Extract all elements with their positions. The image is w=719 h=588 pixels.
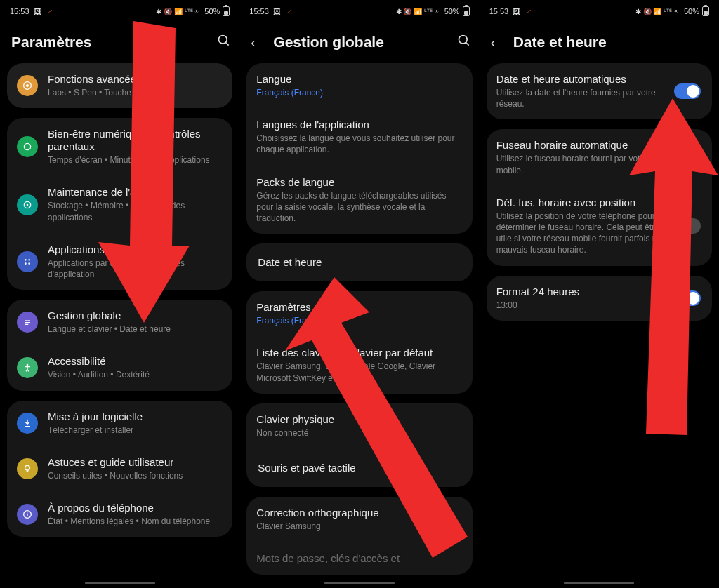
svg-rect-15 (25, 426, 30, 427)
toggle-date-auto[interactable] (674, 83, 701, 99)
svg-point-8 (28, 259, 30, 261)
svg-rect-20 (27, 512, 27, 512)
battery-icon (702, 6, 709, 16)
settings-list[interactable]: Date et heure automatiquesUtilisez la da… (480, 63, 719, 588)
wellbeing-icon (17, 136, 38, 157)
gallery-icon: 🖼 (273, 7, 281, 15)
header: ‹ Gestion globale (239, 20, 479, 63)
home-indicator[interactable] (85, 582, 155, 584)
accessibility-icon (17, 357, 38, 378)
row-a-propos[interactable]: À propos du téléphoneÉtat • Mentions lég… (7, 491, 232, 537)
search-button[interactable] (457, 34, 471, 51)
about-icon (17, 504, 38, 525)
maintenance-icon (17, 194, 38, 215)
app-icon: ⟋ (285, 7, 293, 15)
svg-rect-19 (27, 514, 27, 516)
back-button[interactable]: ‹ (491, 34, 509, 51)
svg-point-6 (27, 203, 29, 206)
svg-line-23 (466, 43, 468, 46)
back-button[interactable]: ‹ (251, 34, 269, 51)
toggle-fuseau-position[interactable] (674, 218, 701, 234)
gallery-icon: 🖼 (34, 7, 41, 15)
screen-parametres: 15:53 🖼 ⟋ ✱ 🔇 📶 ᴸᵀᴱ ᯤ 50% Paramètres Fon… (0, 0, 239, 588)
row-fuseau-position[interactable]: Déf. fus. horaire avec positionUtilisez … (487, 186, 712, 266)
row-mdp[interactable]: Mots de passe, clés d'accès et (246, 542, 472, 575)
status-bar: 15:53 🖼 ⟋ ✱ 🔇 📶 ᴸᵀᴱ ᯤ 50% (239, 0, 479, 20)
row-astuces[interactable]: Astuces et guide utilisateurConseils uti… (7, 446, 232, 491)
header: Paramètres (0, 20, 239, 63)
row-mise-a-jour[interactable]: Mise à jour logicielleTélécharger et ins… (7, 401, 232, 446)
row-date-auto[interactable]: Date et heure automatiquesUtilisez la da… (487, 63, 712, 119)
settings-list[interactable]: Fonctions avancées Labs • S Pen • Touche… (0, 63, 239, 588)
header: ‹ Date et heure (480, 20, 719, 63)
row-souris[interactable]: Souris et pavé tactile (246, 448, 472, 487)
general-icon (17, 312, 38, 333)
svg-point-4 (24, 144, 30, 150)
svg-point-10 (28, 262, 30, 265)
svg-rect-17 (27, 470, 29, 472)
row-accessibilite[interactable]: AccessibilitéVision • Audition • Dextéri… (7, 345, 232, 390)
row-langues-app[interactable]: Langues de l'applicationChoisissez la la… (246, 108, 472, 165)
svg-line-1 (226, 43, 229, 46)
status-bar: 15:53 🖼 ⟋ ✱ 🔇 📶 ᴸᵀᴱ ᯤ 50% (0, 0, 239, 20)
row-fonctions-avancees[interactable]: Fonctions avancées Labs • S Pen • Touche… (7, 63, 232, 108)
svg-point-9 (25, 262, 27, 265)
battery-icon (223, 6, 230, 16)
svg-point-0 (219, 36, 227, 44)
svg-rect-13 (25, 324, 28, 325)
row-correction[interactable]: Correction orthographiqueClavier Samsung (246, 497, 472, 542)
app-icon: ⟋ (46, 7, 53, 15)
row-applications[interactable]: ApplicationsApplications par défaut • Pa… (7, 233, 232, 290)
svg-point-3 (26, 84, 29, 87)
tips-icon (17, 458, 38, 479)
screen-date-heure: 15:53 🖼 ⟋ ✱ 🔇 📶 ᴸᵀᴱ ᯤ 50% ‹ Date et heur… (480, 0, 719, 588)
row-gestion-globale[interactable]: Gestion globaleLangue et clavier • Date … (7, 300, 232, 345)
search-button[interactable] (217, 34, 231, 51)
page-title: Gestion globale (273, 34, 456, 51)
row-fuseau-auto[interactable]: Fuseau horaire automatiqueUtilisez le fu… (487, 129, 712, 185)
advanced-icon (17, 75, 38, 96)
battery-icon (463, 6, 470, 16)
row-title: Fonctions avancées (48, 73, 221, 86)
status-indicators: ✱ 🔇 📶 ᴸᵀᴱ ᯤ (156, 8, 202, 15)
toggle-format24[interactable] (674, 290, 701, 306)
home-indicator[interactable] (324, 582, 395, 584)
gallery-icon: 🖼 (513, 7, 520, 15)
row-param-clavier[interactable]: Paramètres clavierFrançais (France) (246, 291, 472, 336)
apps-icon (17, 251, 38, 272)
row-maintenance[interactable]: Maintenance de l'appareilStockage • Mémo… (7, 175, 232, 232)
row-format24[interactable]: Format 24 heures13:00 (487, 276, 712, 321)
page-title: Paramètres (11, 34, 217, 51)
update-icon (17, 413, 38, 434)
svg-point-22 (459, 36, 467, 44)
row-sub: Labs • S Pen • Touche lat... (48, 87, 221, 98)
app-icon: ⟋ (525, 7, 532, 15)
status-time: 15:53 (10, 7, 29, 15)
svg-point-7 (25, 259, 27, 261)
svg-point-14 (27, 364, 29, 366)
row-langue[interactable]: LangueFrançais (France) (246, 63, 472, 108)
svg-point-16 (25, 465, 30, 470)
battery-percent: 50% (204, 7, 220, 15)
row-date-heure[interactable]: Date et heure (246, 243, 472, 281)
svg-rect-11 (25, 321, 30, 321)
settings-list[interactable]: LangueFrançais (France) Langues de l'app… (239, 63, 479, 588)
row-packs-langue[interactable]: Packs de langueGérez les packs de langue… (246, 166, 472, 234)
home-indicator[interactable] (564, 582, 634, 584)
status-bar: 15:53 🖼 ⟋ ✱ 🔇 📶 ᴸᵀᴱ ᯤ 50% (480, 0, 719, 20)
row-clavier-physique[interactable]: Clavier physiqueNon connecté (246, 403, 472, 448)
row-bien-etre[interactable]: Bien-être numérique et contrôles parenta… (7, 118, 232, 175)
row-liste-claviers[interactable]: Liste des claviers et clavier par défaut… (246, 336, 472, 393)
screen-gestion-globale: 15:53 🖼 ⟋ ✱ 🔇 📶 ᴸᵀᴱ ᯤ 50% ‹ Gestion glob… (239, 0, 479, 588)
page-title: Date et heure (513, 34, 711, 51)
svg-rect-12 (25, 322, 30, 323)
